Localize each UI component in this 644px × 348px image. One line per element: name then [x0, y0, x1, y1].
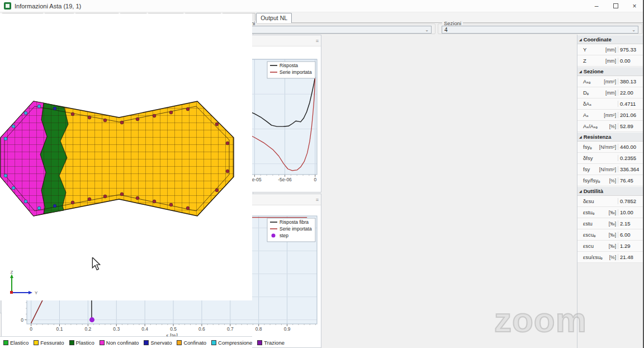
property-name: Aₛ/Aₛₑ	[583, 123, 598, 129]
legend-swatch	[211, 340, 216, 345]
property-unit: [‰]	[609, 243, 618, 249]
legend-label: Compressione	[218, 340, 252, 346]
svg-text:0.2: 0.2	[84, 326, 91, 332]
property-row[interactable]: Z[mm]0.00	[577, 55, 643, 67]
titlebar: Informazioni Asta (19, 1) – ×	[0, 0, 644, 12]
section-header-sezione[interactable]: ◢Sezione	[577, 67, 643, 76]
property-value: 22.00	[618, 90, 643, 96]
mesh-legend-item-fessurato: Fessurato	[34, 340, 64, 346]
mesh-grid-overlay	[1, 101, 234, 216]
property-unit: [N/mm²]	[599, 167, 618, 172]
property-name: εstuₑ	[583, 209, 594, 215]
mesh-legend-item-trazione: Trazione	[257, 340, 285, 346]
legend-swatch	[3, 340, 8, 345]
window-title: Informazioni Asta (19, 1)	[15, 3, 81, 10]
property-unit: [‰]	[609, 221, 618, 227]
sezioni-value: 4	[444, 27, 448, 33]
section-mesh-panel: ⋮ Colorazione: Default ⌄	[0, 0, 253, 313]
property-name: δAₛ	[583, 101, 591, 107]
property-value: 0.7852	[618, 198, 643, 204]
app-icon	[4, 2, 11, 10]
property-row[interactable]: Aₛ[mm²]201.06	[577, 110, 643, 121]
property-name: fsy	[583, 166, 590, 172]
panel-menu-icon[interactable]: ≡	[316, 38, 321, 44]
legend-swatch	[100, 340, 105, 345]
svg-text:0.5: 0.5	[170, 326, 177, 332]
property-row[interactable]: Dₑ[mm]22.00	[577, 87, 643, 98]
property-row[interactable]: δfsy0.2355	[577, 153, 643, 164]
svg-text:Serie importata: Serie importata	[280, 69, 312, 75]
property-grid: ◢CoordinateY[mm]975.33Z[mm]0.00◢SezioneA…	[577, 35, 643, 263]
property-row[interactable]: εscuₑ[‰]6.00	[577, 229, 643, 241]
property-name: δfsy	[583, 155, 593, 161]
svg-text:0.3: 0.3	[113, 326, 120, 332]
property-value: 1.29	[618, 243, 643, 249]
property-value: 52.89	[618, 123, 643, 129]
legend-label: Trazione	[264, 340, 285, 346]
minimize-button[interactable]: –	[587, 0, 606, 12]
svg-text:0.9: 0.9	[284, 326, 291, 332]
property-name: Dₑ	[583, 90, 589, 96]
tab-output-nl[interactable]: Output NL	[256, 13, 292, 23]
property-value: 10.00	[618, 209, 643, 215]
legend-label: Non confinato	[106, 340, 139, 346]
property-row[interactable]: εscu[‰]1.29	[577, 241, 643, 252]
panel-menu-icon[interactable]: ≡	[316, 197, 321, 203]
section-title: Resistenza	[584, 134, 612, 140]
property-value: 975.33	[618, 46, 643, 53]
legend-swatch	[144, 340, 149, 345]
section-title: Sezione	[584, 68, 604, 74]
section-mesh	[0, 13, 252, 300]
section-header-coordinate[interactable]: ◢Coordinate	[577, 35, 643, 44]
property-row[interactable]: δεsu0.7852	[577, 196, 643, 207]
property-unit: [mm]	[605, 90, 618, 96]
property-name: εscuₑ	[583, 232, 596, 238]
property-value: 201.06	[618, 112, 643, 118]
section-header-duttilità[interactable]: ◢Duttilità	[577, 186, 643, 196]
sezioni-groupbox: Sezioni 4 ⌄	[438, 23, 642, 34]
property-value: 76.45	[618, 177, 643, 184]
z-axis-label: Z	[11, 270, 13, 275]
property-row[interactable]: fsyₑ[N/mm²]440.00	[577, 142, 643, 153]
property-name: fsy/fsyₑ	[583, 177, 600, 184]
property-unit: [mm²]	[604, 79, 618, 84]
mesh-canvas[interactable]: Z Y	[0, 13, 252, 300]
legend-label: Plastico	[76, 340, 94, 346]
legend-swatch	[69, 340, 74, 345]
property-unit: [%]	[609, 178, 618, 184]
property-name: Y	[583, 46, 586, 53]
property-unit: [mm]	[605, 47, 618, 53]
property-row[interactable]: Y[mm]975.33	[577, 44, 643, 55]
property-row[interactable]: Aₛ/Aₛₑ[%]52.89	[577, 121, 643, 132]
properties-panel[interactable]: ◢CoordinateY[mm]975.33Z[mm]0.00◢SezioneA…	[577, 35, 643, 348]
property-value: 2.15	[618, 220, 643, 227]
property-unit: [mm]	[605, 58, 618, 64]
property-value: 21.48	[618, 254, 643, 260]
property-row[interactable]: εsu/εsuₑ[%]21.48	[577, 252, 643, 263]
property-row[interactable]: δAₛ0.4711	[577, 98, 643, 110]
restore-button[interactable]	[606, 0, 625, 12]
mesh-legend: ElasticoFessuratoPlasticoNon confinatoSn…	[0, 336, 252, 348]
property-value: 0.4711	[618, 101, 643, 107]
svg-text:0.1: 0.1	[56, 326, 63, 332]
sezioni-select[interactable]: 4 ⌄	[442, 26, 638, 34]
collapse-icon: ◢	[579, 189, 582, 193]
svg-text:0: 0	[30, 326, 32, 332]
close-button[interactable]: ×	[625, 0, 644, 12]
mesh-legend-item-compressione: Compressione	[211, 340, 252, 346]
app-window: Informazioni Asta (19, 1) – × Dati gener…	[0, 0, 644, 348]
svg-text:step: step	[280, 233, 288, 238]
property-row[interactable]: fsy[N/mm²]336.364	[577, 164, 643, 175]
property-row[interactable]: εstuₑ[‰]10.00	[577, 207, 643, 218]
restore-icon	[613, 3, 618, 8]
property-name: εscu	[583, 243, 594, 249]
sollecitazioni-select[interactable]: MZ ⌄	[222, 26, 432, 34]
property-row[interactable]: εstu[‰]2.15	[577, 218, 643, 229]
mesh-legend-item-plastico: Plastico	[69, 340, 94, 346]
property-unit: [N/mm²]	[599, 144, 618, 150]
property-row[interactable]: Aₛₑ[mm²]380.13	[577, 76, 643, 87]
property-name: δεsu	[583, 198, 594, 204]
section-header-resistenza[interactable]: ◢Resistenza	[577, 132, 643, 142]
property-row[interactable]: fsy/fsyₑ[%]76.45	[577, 175, 643, 186]
svg-text:0: 0	[314, 177, 316, 182]
